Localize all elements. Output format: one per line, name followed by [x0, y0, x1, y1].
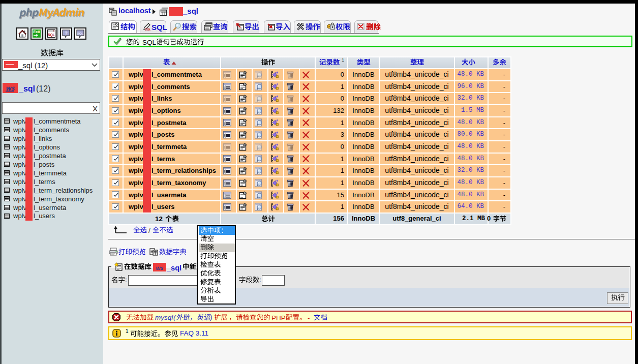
svg-text:SQL: SQL [48, 33, 54, 37]
svg-text:SQL: SQL [77, 32, 84, 35]
svg-text:SQL: SQL [145, 28, 150, 31]
svg-text:Exit: Exit [34, 30, 41, 34]
svg-text:?: ? [65, 31, 68, 36]
